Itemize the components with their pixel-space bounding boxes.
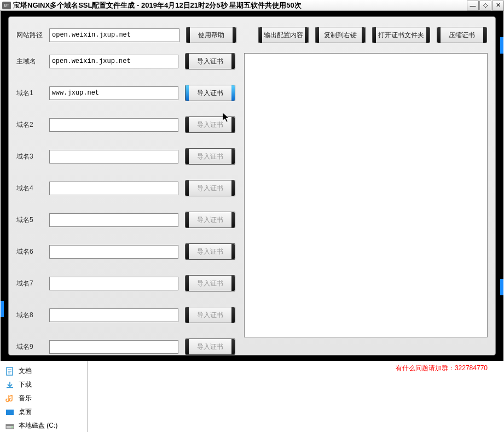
import-cert-label: 导入证书 bbox=[197, 184, 223, 193]
domain-row: 域名8导入证书 bbox=[16, 307, 235, 323]
help-button[interactable]: 使用帮助 bbox=[186, 27, 236, 43]
import-cert-label: 导入证书 bbox=[197, 89, 223, 98]
import-cert-label: 导入证书 bbox=[197, 279, 223, 288]
app-window: BT 宝塔NGINX多个域名SSL配置文件生成 - 2019年4月12日21时2… bbox=[0, 0, 504, 432]
main-domain-import-button[interactable]: 导入证书 bbox=[185, 53, 235, 69]
sidebar-item[interactable]: 桌面 bbox=[0, 405, 87, 419]
domain-label: 域名7 bbox=[16, 279, 43, 288]
import-cert-button: 导入证书 bbox=[185, 180, 235, 196]
sidebar-item[interactable]: 本地磁盘 (C:) bbox=[0, 419, 87, 432]
svg-rect-4 bbox=[6, 410, 14, 415]
domain-label: 域名6 bbox=[16, 247, 43, 256]
domain-row: 域名5导入证书 bbox=[16, 212, 235, 228]
download-icon bbox=[5, 381, 14, 389]
domain-row: 域名2导入证书 bbox=[16, 116, 235, 133]
output-textarea[interactable] bbox=[244, 53, 488, 337]
import-cert-label: 导入证书 bbox=[197, 342, 223, 352]
drive-icon bbox=[5, 422, 14, 430]
import-cert-button: 导入证书 bbox=[185, 275, 235, 291]
sidebar-item-label: 下载 bbox=[19, 380, 32, 389]
main-panel: 网站路径 使用帮助 输出配置内容 复制到右键 打开证书文件夹 压缩证书 bbox=[8, 16, 496, 355]
contact-text: 有什么问题请加群：322784770 bbox=[396, 364, 488, 373]
sidebar-item-label: 音乐 bbox=[19, 394, 32, 403]
import-cert-button[interactable]: 导入证书 bbox=[185, 85, 235, 101]
open-cert-folder-button[interactable]: 打开证书文件夹 bbox=[372, 27, 430, 43]
titlebar: BT 宝塔NGINX多个域名SSL配置文件生成 - 2019年4月12日21时2… bbox=[0, 0, 504, 11]
help-button-label: 使用帮助 bbox=[198, 31, 224, 40]
copy-right-button[interactable]: 复制到右键 bbox=[315, 27, 366, 43]
domain-input[interactable] bbox=[49, 213, 178, 227]
domain-row: 域名7导入证书 bbox=[16, 275, 235, 291]
domain-input[interactable] bbox=[49, 308, 178, 322]
import-label: 导入证书 bbox=[197, 57, 223, 66]
svg-rect-6 bbox=[6, 424, 14, 426]
import-cert-label: 导入证书 bbox=[197, 120, 223, 130]
sidebar-item-label: 文档 bbox=[19, 366, 32, 376]
domain-label: 域名8 bbox=[16, 311, 43, 320]
site-path-input[interactable] bbox=[49, 28, 179, 42]
filesystem-sidebar: 文档下载音乐桌面本地磁盘 (C:) bbox=[0, 361, 88, 432]
domain-input[interactable] bbox=[49, 277, 178, 290]
import-cert-button: 导入证书 bbox=[185, 243, 235, 260]
site-path-label: 网站路径 bbox=[16, 31, 43, 40]
domain-label: 域名2 bbox=[16, 120, 43, 130]
minimize-button[interactable]: — bbox=[467, 1, 479, 10]
decor-accent bbox=[500, 37, 503, 54]
import-cert-label: 导入证书 bbox=[197, 152, 223, 161]
domain-label: 域名5 bbox=[16, 215, 43, 225]
decor-accent bbox=[500, 279, 503, 295]
domain-input[interactable] bbox=[49, 182, 178, 195]
output-config-button[interactable]: 输出配置内容 bbox=[258, 27, 309, 43]
domain-label: 域名1 bbox=[16, 89, 43, 98]
main-domain-label: 主域名 bbox=[16, 57, 43, 66]
import-cert-label: 导入证书 bbox=[197, 247, 223, 256]
main-layout: 主域名 导入证书 域名1导入证书域名2导入证书域名3导入证书域名4导入证书域名5… bbox=[16, 53, 488, 370]
import-cert-button: 导入证书 bbox=[185, 116, 235, 133]
top-toolbar: 网站路径 使用帮助 输出配置内容 复制到右键 打开证书文件夹 压缩证书 bbox=[16, 27, 488, 43]
sidebar-item[interactable]: 音乐 bbox=[0, 392, 87, 405]
compress-cert-label: 压缩证书 bbox=[449, 31, 475, 40]
maximize-button[interactable]: ◇ bbox=[479, 1, 491, 10]
domain-row: 域名3导入证书 bbox=[16, 148, 235, 165]
import-cert-button: 导入证书 bbox=[185, 212, 235, 228]
svg-point-7 bbox=[11, 427, 13, 428]
domain-row: 域名9导入证书 bbox=[16, 338, 235, 355]
import-cert-label: 导入证书 bbox=[197, 311, 223, 320]
window-title: 宝塔NGINX多个域名SSL配置文件生成 - 2019年4月12日21时2分5秒… bbox=[13, 1, 302, 10]
import-cert-button: 导入证书 bbox=[185, 148, 235, 165]
window-controls: — ◇ ✕ bbox=[466, 1, 504, 10]
domain-input[interactable] bbox=[49, 245, 178, 259]
open-cert-folder-label: 打开证书文件夹 bbox=[378, 31, 424, 40]
domain-input[interactable] bbox=[49, 118, 178, 132]
sidebar-item-label: 桌面 bbox=[19, 407, 32, 417]
main-domain-row: 主域名 导入证书 bbox=[16, 53, 235, 69]
domain-label: 域名9 bbox=[16, 342, 43, 352]
output-config-label: 输出配置内容 bbox=[264, 31, 303, 40]
domain-label: 域名4 bbox=[16, 184, 43, 193]
copy-right-label: 复制到右键 bbox=[324, 31, 357, 40]
decor-accent bbox=[1, 301, 4, 317]
import-cert-button: 导入证书 bbox=[185, 338, 235, 355]
document-icon bbox=[5, 367, 14, 376]
close-button[interactable]: ✕ bbox=[492, 1, 504, 10]
domain-input[interactable] bbox=[49, 340, 178, 354]
main-domain-input[interactable] bbox=[49, 55, 178, 68]
import-cert-label: 导入证书 bbox=[197, 215, 223, 225]
domain-input[interactable] bbox=[49, 86, 178, 100]
app-icon: BT bbox=[2, 2, 11, 9]
domains-column: 主域名 导入证书 域名1导入证书域名2导入证书域名3导入证书域名4导入证书域名5… bbox=[16, 53, 235, 370]
desktop-icon bbox=[5, 408, 14, 417]
domain-row: 域名6导入证书 bbox=[16, 243, 235, 260]
sidebar-item[interactable]: 下载 bbox=[0, 378, 87, 392]
app-frame: 网站路径 使用帮助 输出配置内容 复制到右键 打开证书文件夹 压缩证书 bbox=[1, 11, 503, 361]
sidebar-item[interactable]: 文档 bbox=[0, 364, 87, 378]
sidebar-item-label: 本地磁盘 (C:) bbox=[19, 421, 57, 430]
domain-label: 域名3 bbox=[16, 152, 43, 161]
music-icon bbox=[5, 394, 14, 403]
import-cert-button: 导入证书 bbox=[185, 307, 235, 323]
domain-input[interactable] bbox=[49, 150, 178, 164]
compress-cert-button[interactable]: 压缩证书 bbox=[437, 27, 487, 43]
domain-row: 域名1导入证书 bbox=[16, 85, 235, 101]
domain-row: 域名4导入证书 bbox=[16, 180, 235, 196]
